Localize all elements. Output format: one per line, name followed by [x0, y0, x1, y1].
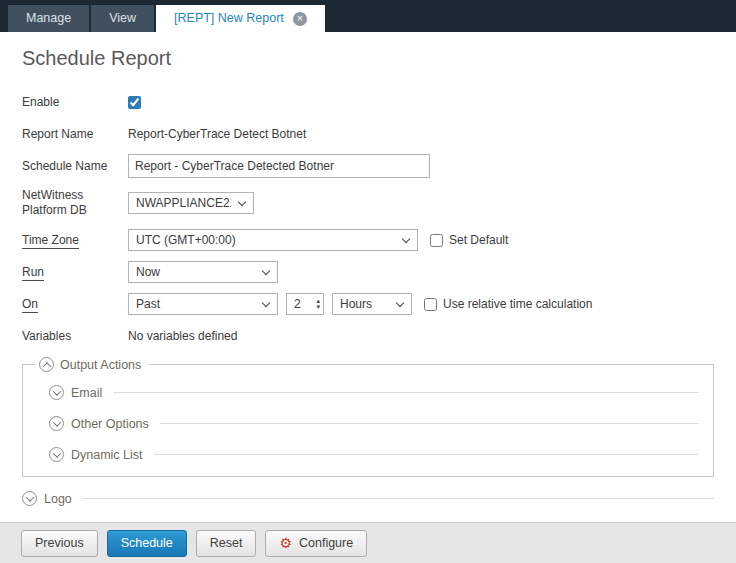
form-row-schedule-name: Schedule Name: [22, 154, 736, 178]
configure-button-label: Configure: [299, 536, 353, 550]
tab-new-report-label: [REPT] New Report: [174, 5, 284, 32]
section-logo: Logo: [22, 491, 714, 506]
expand-down-icon[interactable]: [49, 385, 64, 400]
form-row-run: Run Now: [22, 260, 736, 284]
variables-label: Variables: [22, 329, 128, 344]
report-name-value: Report-CyberTrace Detect Botnet: [128, 127, 306, 141]
output-actions-label: Output Actions: [60, 358, 141, 372]
run-select[interactable]: Now: [128, 261, 278, 283]
logo-label[interactable]: Logo: [44, 492, 72, 506]
section-dynamic-list: Dynamic List: [49, 447, 713, 462]
email-label[interactable]: Email: [71, 386, 102, 400]
schedule-button[interactable]: Schedule: [107, 530, 187, 557]
page-title: Schedule Report: [22, 46, 736, 70]
output-actions-header[interactable]: Output Actions: [35, 357, 149, 372]
stepper-arrows-icon[interactable]: ▴ ▾: [316, 298, 320, 310]
app-window: Manage View [REPT] New Report × Schedule…: [0, 0, 736, 563]
other-options-label[interactable]: Other Options: [71, 417, 149, 431]
expand-down-icon[interactable]: [49, 416, 64, 431]
step-down-icon[interactable]: ▾: [316, 304, 320, 310]
section-other-options: Other Options: [49, 416, 713, 431]
tab-new-report[interactable]: [REPT] New Report ×: [156, 5, 325, 32]
expand-down-icon[interactable]: [49, 447, 64, 462]
enable-label: Enable: [22, 95, 128, 110]
form-row-enable: Enable: [22, 90, 736, 114]
unit-select[interactable]: Hours: [332, 293, 412, 315]
on-range-value: Past: [136, 297, 255, 311]
run-label: Run: [22, 265, 128, 280]
form-row-on: On Past 2 ▴ ▾ Hours Use relative time c: [22, 292, 736, 316]
section-email: Email: [49, 385, 713, 400]
collapse-up-icon[interactable]: [39, 357, 54, 372]
chevron-down-icon: [396, 298, 404, 306]
dynamic-list-label[interactable]: Dynamic List: [71, 448, 143, 462]
expand-down-icon[interactable]: [22, 491, 37, 506]
close-icon[interactable]: ×: [293, 12, 307, 26]
tab-bar: Manage View [REPT] New Report ×: [0, 0, 736, 32]
schedule-name-input[interactable]: [128, 154, 430, 178]
form-row-platform-db: NetWitness Platform DB NWAPPLIANCE21328 …: [22, 186, 736, 220]
gear-icon: ⚙: [279, 536, 292, 550]
footer-button-bar: Previous Schedule Reset ⚙ Configure: [0, 522, 736, 563]
run-value: Now: [136, 265, 255, 279]
set-default-label: Set Default: [449, 233, 508, 247]
time-zone-select[interactable]: UTC (GMT+00:00): [128, 229, 418, 251]
chevron-down-icon: [238, 197, 246, 205]
form-row-report-name: Report Name Report-CyberTrace Detect Bot…: [22, 122, 736, 146]
schedule-name-label: Schedule Name: [22, 159, 128, 174]
relative-time-label: Use relative time calculation: [443, 297, 592, 311]
configure-button[interactable]: ⚙ Configure: [265, 530, 367, 557]
set-default-checkbox[interactable]: [430, 234, 443, 247]
divider: [160, 423, 699, 424]
enable-checkbox[interactable]: [128, 96, 141, 109]
unit-value: Hours: [340, 297, 389, 311]
time-zone-value: UTC (GMT+00:00): [136, 233, 395, 247]
divider: [154, 454, 699, 455]
form-row-variables: Variables No variables defined: [22, 324, 736, 348]
amount-stepper[interactable]: 2 ▴ ▾: [286, 293, 324, 315]
on-range-select[interactable]: Past: [128, 293, 278, 315]
tab-manage[interactable]: Manage: [8, 5, 89, 32]
divider: [113, 392, 699, 393]
time-zone-label: Time Zone: [22, 233, 128, 248]
chevron-down-icon: [262, 298, 270, 306]
platform-db-value: NWAPPLIANCE21328 -: [136, 196, 231, 210]
previous-button[interactable]: Previous: [21, 530, 98, 557]
reset-button[interactable]: Reset: [196, 530, 257, 557]
variables-value: No variables defined: [128, 329, 237, 343]
relative-time-checkbox[interactable]: [424, 298, 437, 311]
chevron-down-icon: [402, 234, 410, 242]
output-actions-panel: Output Actions Email Other Options Dynam…: [22, 364, 714, 477]
form-row-time-zone: Time Zone UTC (GMT+00:00) Set Default: [22, 228, 736, 252]
tab-view[interactable]: View: [91, 5, 154, 32]
platform-db-label: NetWitness Platform DB: [22, 188, 128, 218]
on-label: On: [22, 297, 128, 312]
platform-db-select[interactable]: NWAPPLIANCE21328 -: [128, 192, 254, 214]
chevron-down-icon: [262, 266, 270, 274]
divider: [83, 498, 714, 499]
amount-value: 2: [294, 297, 301, 311]
report-name-label: Report Name: [22, 127, 128, 142]
